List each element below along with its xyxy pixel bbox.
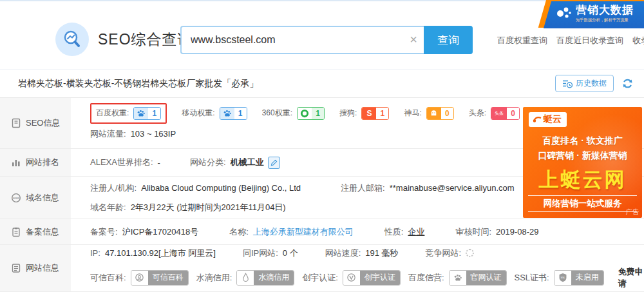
site-category-value: 机械工业 <box>231 157 264 168</box>
link-index-query[interactable]: 收录查询 <box>632 35 644 46</box>
history-list-clock-icon <box>562 79 573 88</box>
search-input[interactable] <box>180 26 424 54</box>
field-same-ip-sites: 同IP网站: 0 个 <box>243 248 298 259</box>
clear-input-icon[interactable]: × <box>410 33 417 46</box>
link-baidu-weight-query[interactable]: 百度权重查询 <box>497 35 547 46</box>
link-baidu-recent-index-query[interactable]: 百度近日收录查询 <box>556 35 623 46</box>
section-domain-info: www 域名信息 <box>0 177 71 219</box>
water-drop-credit-badge[interactable]: 水滴信用 <box>236 270 294 286</box>
360-weight-badge[interactable]: 1 <box>297 107 325 120</box>
page-title: 岩棉夹芯板-横装夹芯板-不锈钢岩棉夹芯板厂家批发「必承」 <box>18 78 555 90</box>
ssl-cert-badge[interactable]: SSL 未启用 <box>554 270 604 286</box>
site-speed-value: 191 毫秒 <box>365 248 398 259</box>
ad-logo-text: 蜓云 <box>544 113 562 125</box>
toutiao-icon: 头条 <box>491 108 507 119</box>
water-drop-icon <box>237 271 254 285</box>
sogou-badge[interactable]: S 1 <box>361 107 389 120</box>
360-ring-icon <box>298 108 312 119</box>
baidu-weight-badge[interactable]: 1 <box>133 107 161 120</box>
trusted-baike-badge[interactable]: 可信百科 <box>131 270 189 286</box>
chuangyu-cert-badge[interactable]: 创宇认证 <box>343 270 401 286</box>
svg-text:www: www <box>13 196 20 200</box>
icp-number-value: 沪ICP备17020418号 <box>122 226 199 238</box>
refresh-icon[interactable] <box>621 77 634 90</box>
header-links: 百度权重查询 百度近日收录查询 收录查询 <box>497 35 644 46</box>
field-traffic: 网站流量: 103 ~ 163IP <box>90 128 176 140</box>
ad-tag: 广告 <box>626 208 639 217</box>
field-alexa-rank: ALEXA世界排名: - <box>90 157 160 168</box>
field-registrant-email: 注册人邮箱: **mainabuse@service.aliyun.com <box>341 182 514 194</box>
dragonfly-icon <box>533 115 542 123</box>
edit-category-icon[interactable] <box>268 157 280 169</box>
field-icp-number: 备案号: 沪ICP备17020418号 <box>90 226 198 238</box>
section-website-info: 网站信息 <box>0 245 71 291</box>
row-website-info: 网站信息 IP: 47.101.130.92[上海市 阿里云] 同IP网站: 0… <box>0 245 644 292</box>
section-label: SEO信息 <box>26 117 60 129</box>
query-button[interactable]: 查询 <box>424 26 473 54</box>
field-toutiao: 头条: 头条 0 <box>469 107 520 120</box>
field-shenma: 神马: 0 <box>404 107 453 120</box>
field-nature: 性质: 企业 <box>384 226 425 238</box>
row-icp-info: 备案信息 备案号: 沪ICP备17020418号 名称: 上海必承新型建材有限公… <box>0 219 644 245</box>
nature-value: 企业 <box>408 226 424 238</box>
field-site-category: 网站分类: 机械工业 <box>190 157 280 169</box>
alexa-value: - <box>158 158 160 168</box>
app-title: SEO综合查询 <box>98 30 193 50</box>
v-circle-icon <box>343 271 360 285</box>
section-site-rank: 网站排名 <box>0 149 71 176</box>
emblem-icon <box>131 271 148 285</box>
ad-logo: 蜓云 <box>529 112 567 127</box>
field-baidu-weight: 百度权重: 1 <box>96 107 161 120</box>
sogou-s-icon: S <box>362 108 376 119</box>
magnifier-trend-icon <box>55 23 89 56</box>
svg-text:SSL: SSL <box>560 277 565 279</box>
shenma-badge[interactable]: 0 <box>426 107 454 120</box>
clipboard-icon <box>11 227 21 237</box>
baidu-official-cert-badge[interactable]: 官网认证 <box>449 270 507 286</box>
ip-value: 47.101.130.92[上海市 阿里云] <box>105 248 216 259</box>
ribbon-subtitle: 知乎数据分析，解析千万流量 <box>576 17 629 23</box>
document-lines-icon <box>11 263 21 273</box>
section-label: 域名信息 <box>26 192 59 204</box>
field-sogou: 搜狗: S 1 <box>339 107 389 120</box>
ad-headline: 上蜓云网 <box>523 166 642 193</box>
company-name-link[interactable]: 上海必承新型建材有限公司 <box>253 226 354 238</box>
data-cluster-icon <box>555 5 572 22</box>
baidu-paw-icon <box>134 108 148 119</box>
section-label: 网站排名 <box>26 157 59 168</box>
title-bar: 岩棉夹芯板-横装夹芯板-不锈钢岩棉夹芯板厂家批发「必承」 历史数据 <box>0 70 644 98</box>
search-bar: × 查询 <box>180 26 473 54</box>
bar-chart-icon <box>11 157 21 168</box>
marketing-bigdata-ribbon[interactable]: 营销大数据 知乎数据分析，解析千万流量 <box>546 1 644 28</box>
field-ssl-cert: SSL证书: SSL 未启用 <box>515 270 604 286</box>
free-apply-link[interactable]: 免费申请 <box>618 266 644 289</box>
field-chuangyu-cert: 创宇认证 创宇认证: <box>302 270 401 286</box>
ad-line2: 口碑营销 · 新媒体营销 <box>523 150 642 162</box>
history-button-label: 历史数据 <box>576 78 607 89</box>
field-site-speed: 网站速度: 191 毫秒 <box>325 248 399 259</box>
section-label: 网站信息 <box>26 262 59 274</box>
baidu-paw-icon <box>220 108 234 119</box>
mobile-weight-badge[interactable]: 1 <box>220 107 247 120</box>
app-logo: SEO综合查询 <box>55 23 193 56</box>
field-competitors: 竞争网站: <box>426 248 475 259</box>
baidu-weight-highlight-box: 百度权重: 1 <box>90 103 167 124</box>
ad-footer-slogan: 网络营销一站式服务 <box>528 195 637 212</box>
ribbon-title: 营销大数据 <box>576 4 634 17</box>
tingyun-ad-banner[interactable]: 蜓云 百度排名 · 软文推广 口碑营销 · 新媒体营销 上蜓云网 网络营销一站式… <box>523 107 642 218</box>
field-360-weight: 360权重: 1 <box>262 107 325 120</box>
history-data-button[interactable]: 历史数据 <box>555 75 614 92</box>
www-globe-icon: www <box>11 193 21 203</box>
field-water-drop-credit: 水滴信用: 水滴信用 <box>196 270 295 286</box>
toutiao-badge[interactable]: 头条 0 <box>491 107 520 120</box>
baidu-paw-icon <box>450 271 466 285</box>
registrant-value: Alibaba Cloud Computing (Beijing) Co., L… <box>141 183 301 193</box>
domain-age-value: 2年3月22天 (过期时间为2021年11月04日) <box>131 202 286 213</box>
ssl-shield-icon: SSL <box>554 271 571 285</box>
field-company-name: 名称: 上海必承新型建材有限公司 <box>229 226 354 238</box>
field-mobile-weight: 移动权重: 1 <box>182 107 247 120</box>
info-table: SEO信息 百度权重: 1 移动权重: <box>0 98 644 292</box>
traffic-value: 103 ~ 163IP <box>131 129 176 139</box>
field-trusted-baike: 可信百科: 可信百科 <box>90 270 189 286</box>
shenma-icon <box>427 108 441 119</box>
